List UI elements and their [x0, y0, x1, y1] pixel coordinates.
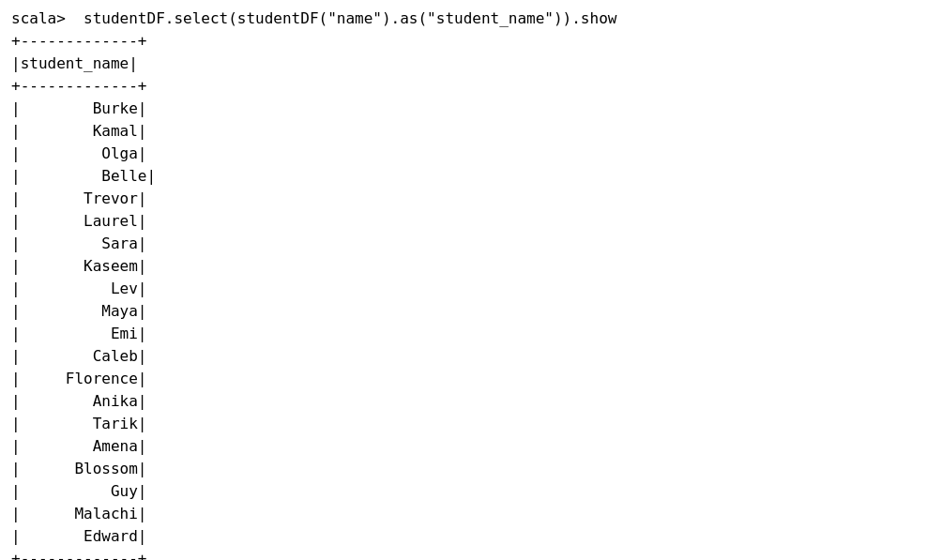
- row-4: | Trevor|: [11, 189, 147, 207]
- row-9: | Maya|: [11, 302, 147, 320]
- command: studentDF.select(studentDF("name").as("s…: [66, 9, 617, 27]
- terminal-output: scala> studentDF.select(studentDF("name"…: [11, 8, 917, 560]
- row-17: | Guy|: [11, 482, 147, 500]
- row-13: | Anika|: [11, 392, 147, 410]
- row-0: | Burke|: [11, 99, 147, 117]
- row-10: | Emi|: [11, 325, 147, 342]
- row-2: | Olga|: [11, 144, 147, 162]
- row-6: | Sara|: [11, 235, 147, 252]
- row-8: | Lev|: [11, 280, 147, 297]
- row-5: | Laurel|: [11, 212, 147, 230]
- row-3: | Belle|: [11, 167, 156, 185]
- row-12: | Florence|: [11, 370, 147, 387]
- row-18: | Malachi|: [11, 505, 147, 522]
- separator-mid: +-------------+: [11, 77, 147, 95]
- prompt: scala>: [11, 9, 66, 27]
- row-19: | Edward|: [11, 527, 147, 545]
- row-1: | Kamal|: [11, 122, 147, 140]
- row-14: | Tarik|: [11, 415, 147, 432]
- row-11: | Caleb|: [11, 347, 147, 365]
- row-16: | Blossom|: [11, 460, 147, 477]
- header: |student_name|: [11, 54, 138, 72]
- separator-bottom: +-------------+: [11, 550, 147, 560]
- separator-top: +-------------+: [11, 32, 147, 50]
- row-15: | Amena|: [11, 437, 147, 455]
- row-7: | Kaseem|: [11, 257, 147, 275]
